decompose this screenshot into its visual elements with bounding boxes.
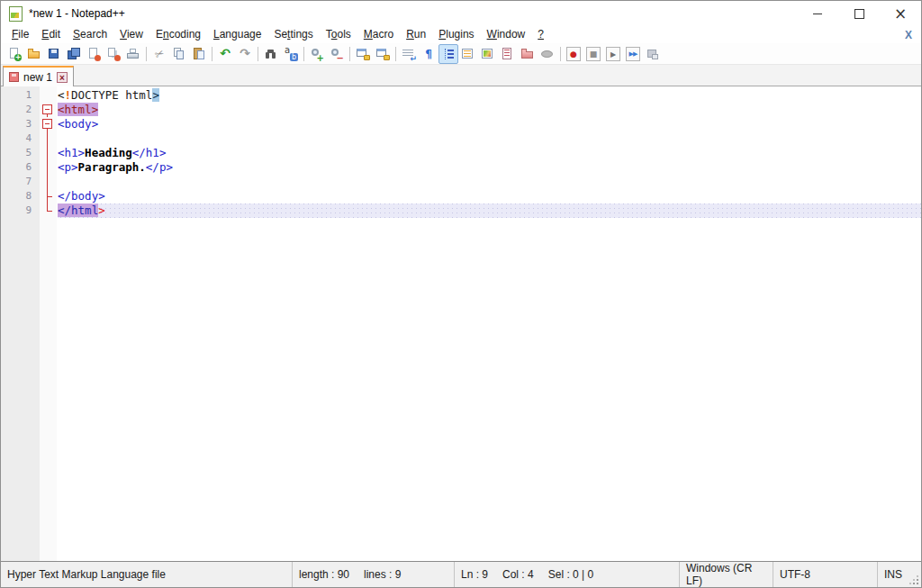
undo-button[interactable] xyxy=(215,44,235,64)
menu-macro[interactable]: Macro xyxy=(357,27,400,42)
cut-button[interactable] xyxy=(149,44,169,64)
menu-search[interactable]: Search xyxy=(67,27,113,42)
fold-toggle-line-2[interactable] xyxy=(40,103,57,117)
maximize-button[interactable] xyxy=(838,1,880,26)
notepad-plus-plus-window: *new 1 - Notepad++ FileEditSearchViewEnc… xyxy=(0,0,922,588)
redo-button[interactable] xyxy=(235,44,255,64)
code-token: ! xyxy=(65,88,72,102)
document-map-button[interactable] xyxy=(478,44,498,64)
close-file-button[interactable] xyxy=(84,44,104,64)
find-button[interactable] xyxy=(261,44,281,64)
close-document-icon[interactable]: X xyxy=(905,29,921,41)
code-line-1[interactable]: <!DOCTYPE html> xyxy=(58,88,921,103)
sync-horizontal-scroll-button[interactable] xyxy=(373,44,393,64)
word-wrap-button[interactable] xyxy=(399,44,419,64)
paste-button[interactable] xyxy=(189,44,209,64)
line-number-margin: 123456789 xyxy=(1,86,40,561)
fold-toggle-line-3[interactable] xyxy=(40,117,57,131)
macro-run-multiple-button[interactable] xyxy=(623,44,643,64)
save-file-icon xyxy=(47,47,61,61)
replace-button[interactable] xyxy=(281,44,301,64)
tab-new-1[interactable]: new 1 × xyxy=(3,66,74,86)
undo-icon xyxy=(218,47,232,61)
code-line-8[interactable]: </body> xyxy=(58,189,921,204)
open-file-button[interactable] xyxy=(24,44,44,64)
status-bar: Hyper Text Markup Language file length :… xyxy=(1,561,921,587)
code-token: <body> xyxy=(58,117,98,131)
macro-play-icon xyxy=(606,47,620,61)
code-line-3[interactable]: <body> xyxy=(58,117,921,131)
menu-window[interactable]: Window xyxy=(481,27,532,42)
status-cursor-position: Ln : 9 Col : 4 Sel : 0 | 0 xyxy=(454,562,679,587)
code-token: > xyxy=(98,204,105,217)
menu-tools[interactable]: Tools xyxy=(320,27,357,42)
code-line-2[interactable]: <html> xyxy=(58,103,921,117)
code-line-7[interactable] xyxy=(58,175,921,189)
copy-button[interactable] xyxy=(169,44,189,64)
close-button[interactable] xyxy=(880,1,921,26)
code-token: DOCTYPE html xyxy=(71,88,152,102)
document-list-button[interactable] xyxy=(498,44,518,64)
folder-as-workspace-icon xyxy=(520,47,535,61)
window-controls xyxy=(797,1,921,26)
show-indent-guide-icon xyxy=(441,47,456,61)
macro-stop-icon xyxy=(586,47,601,61)
close-all-button[interactable] xyxy=(104,44,123,64)
copy-icon xyxy=(172,47,186,61)
code-token: </html xyxy=(58,204,98,217)
macro-stop-button[interactable] xyxy=(583,44,603,64)
show-all-characters-button[interactable] xyxy=(419,44,438,64)
menu-settings[interactable]: Settings xyxy=(267,27,319,42)
code-line-5[interactable]: <h1>Heading</h1> xyxy=(58,146,921,160)
menu-help[interactable]: ? xyxy=(531,27,550,42)
macro-record-button[interactable] xyxy=(564,44,583,64)
code-text-area[interactable]: <!DOCTYPE html><html><body><h1>Heading</… xyxy=(57,86,921,561)
sync-vertical-scroll-button[interactable] xyxy=(353,44,373,64)
function-list-button[interactable] xyxy=(458,44,478,64)
monitoring-icon xyxy=(540,47,555,61)
menu-view[interactable]: View xyxy=(113,27,149,42)
save-file-button[interactable] xyxy=(44,44,64,64)
new-file-button[interactable] xyxy=(5,44,24,64)
line-number: 6 xyxy=(1,160,40,175)
fold-margin xyxy=(40,86,57,561)
code-token: </p> xyxy=(146,160,173,174)
monitoring-button[interactable] xyxy=(538,44,557,64)
tab-close-icon[interactable]: × xyxy=(57,72,68,83)
editor-area[interactable]: 123456789 <!DOCTYPE html><html><body><h1… xyxy=(1,86,921,561)
redo-icon xyxy=(238,47,252,61)
show-indent-guide-button[interactable] xyxy=(438,44,458,64)
folder-as-workspace-button[interactable] xyxy=(518,44,538,64)
macro-save-button[interactable] xyxy=(643,44,663,64)
resize-grip[interactable] xyxy=(908,562,921,587)
fold-margin-line-4 xyxy=(40,131,57,146)
zoom-in-icon xyxy=(310,47,324,61)
macro-play-button[interactable] xyxy=(603,44,623,64)
code-token: </h1> xyxy=(132,146,167,159)
print-button[interactable] xyxy=(123,44,143,64)
line-number: 5 xyxy=(1,146,40,160)
code-line-4[interactable] xyxy=(58,131,921,146)
menu-edit[interactable]: Edit xyxy=(35,27,67,42)
code-token: <html> xyxy=(58,103,98,116)
menu-file[interactable]: File xyxy=(5,27,35,42)
menu-run[interactable]: Run xyxy=(400,27,432,42)
menu-items: FileEditSearchViewEncodingLanguageSettin… xyxy=(5,27,550,42)
replace-icon xyxy=(284,47,298,61)
save-all-button[interactable] xyxy=(64,44,84,64)
menu-plugins[interactable]: Plugins xyxy=(432,27,480,42)
macro-save-icon xyxy=(646,47,660,61)
selection-label: Sel : 0 | 0 xyxy=(548,568,593,581)
zoom-out-button[interactable] xyxy=(327,44,347,64)
fold-margin-line-1 xyxy=(40,88,57,103)
menu-encoding[interactable]: Encoding xyxy=(149,27,207,42)
new-file-icon xyxy=(7,47,22,61)
fold-margin-line-9 xyxy=(40,204,57,218)
code-line-9[interactable]: </html> xyxy=(58,204,921,218)
menu-language[interactable]: Language xyxy=(207,27,267,42)
code-line-6[interactable]: <p>Paragraph.</p> xyxy=(58,160,921,175)
zoom-in-button[interactable] xyxy=(307,44,327,64)
minimize-button[interactable] xyxy=(797,1,838,26)
title-bar: *new 1 - Notepad++ xyxy=(1,1,921,26)
print-icon xyxy=(126,47,140,61)
